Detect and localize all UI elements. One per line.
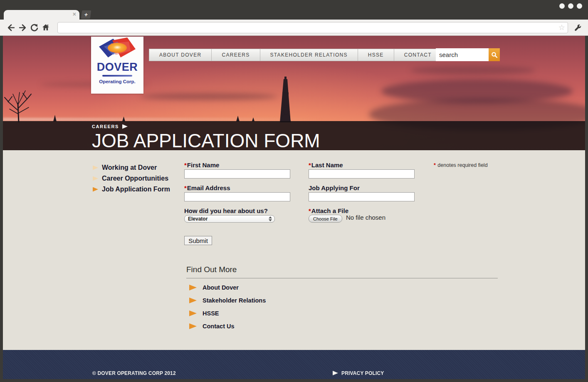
last-name-label: *Last Name	[309, 161, 343, 169]
arrow-icon	[189, 323, 197, 329]
home-icon[interactable]	[40, 22, 52, 33]
tree-silhouette	[3, 89, 51, 122]
settings-wrench-icon[interactable]	[572, 24, 583, 32]
breadcrumb-arrow-icon	[122, 124, 128, 129]
page-title: JOB APPLICATION FORM	[92, 131, 320, 150]
required-asterisk: *	[434, 162, 436, 168]
drilling-rig-silhouette	[272, 77, 299, 122]
privacy-policy-label[interactable]: PRIVACY POLICY	[341, 370, 384, 376]
privacy-policy-link[interactable]: PRIVACY POLICY	[333, 370, 388, 376]
browser-tab[interactable]: ×	[4, 10, 79, 20]
logo-tagline: Operating Corp.	[99, 79, 136, 84]
page-viewport: DOVER Operating Corp. ABOUT DOVER CAREER…	[3, 36, 585, 379]
main-nav: ABOUT DOVER CAREERS STAKEHOLDER RELATION…	[149, 49, 442, 61]
breadcrumb[interactable]: CAREERS	[92, 124, 128, 129]
arrow-icon	[93, 166, 98, 170]
nav-item-stakeholder-relations[interactable]: STAKEHOLDER RELATIONS	[260, 49, 358, 61]
link-label[interactable]: Contact Us	[203, 323, 235, 330]
browser-window: × + ☆	[0, 0, 588, 382]
nav-item-hsse[interactable]: HSSE	[358, 49, 394, 61]
page-content: Working at Dover Career Opportunities Jo…	[3, 150, 585, 350]
link-about-dover[interactable]: About Dover	[189, 283, 239, 292]
sidebar-item-label[interactable]: Working at Dover	[102, 164, 157, 171]
copyright-text: © DOVER OPERATING CORP 2012	[92, 370, 176, 376]
link-label[interactable]: Stakeholder Relations	[203, 297, 266, 304]
job-applying-input[interactable]	[309, 192, 415, 201]
arrow-icon	[189, 298, 197, 303]
magnifier-icon	[491, 52, 498, 58]
sidebar-item-career-opportunities[interactable]: Career Opportunities	[93, 174, 168, 184]
browser-toolbar: ☆	[0, 20, 588, 36]
search-input[interactable]	[436, 48, 489, 61]
sidebar-item-working-at-dover[interactable]: Working at Dover	[93, 163, 157, 173]
cloud-shape	[140, 93, 277, 100]
sidebar-item-job-application-form[interactable]: Job Application Form	[93, 184, 170, 194]
window-dot-icon[interactable]	[577, 3, 582, 9]
url-input[interactable]	[60, 25, 558, 31]
job-applying-label: Job Applying For	[309, 184, 360, 191]
reload-icon[interactable]	[28, 22, 40, 33]
link-stakeholder-relations[interactable]: Stakeholder Relations	[189, 296, 266, 305]
dover-logo[interactable]: DOVER Operating Corp.	[91, 37, 143, 94]
arrow-icon	[189, 310, 197, 316]
required-asterisk: *	[309, 207, 311, 214]
back-icon[interactable]	[5, 22, 17, 33]
email-input[interactable]	[184, 192, 290, 201]
page-footer: © DOVER OPERATING CORP 2012 PRIVACY POLI…	[3, 350, 585, 379]
email-label: *Email Address	[184, 184, 230, 191]
logo-wordmark: DOVER	[97, 61, 138, 74]
site-search	[436, 48, 500, 61]
divider	[186, 278, 498, 278]
hear-about-select[interactable]: Elevator	[184, 215, 275, 223]
browser-titlebar: × +	[0, 0, 588, 20]
link-label[interactable]: HSSE	[203, 310, 219, 317]
link-contact-us[interactable]: Contact Us	[189, 322, 235, 330]
file-status-text: No file chosen	[346, 214, 385, 221]
find-out-more-title: Find Out More	[186, 265, 237, 274]
first-name-label: *First Name	[184, 161, 219, 169]
tab-close-icon[interactable]: ×	[73, 11, 76, 17]
url-bar[interactable]: ☆	[57, 22, 568, 33]
nav-item-contact[interactable]: CONTACT	[394, 49, 442, 61]
hero-banner: DOVER Operating Corp. ABOUT DOVER CAREER…	[3, 36, 585, 150]
arrow-icon	[333, 371, 338, 375]
choose-file-button[interactable]: Choose File	[309, 215, 342, 223]
window-dot-icon[interactable]	[559, 3, 565, 9]
new-tab-button[interactable]: +	[81, 10, 91, 19]
window-controls[interactable]	[559, 3, 582, 9]
required-field-note: * denotes required field	[434, 162, 488, 168]
arrow-icon	[93, 176, 98, 181]
attach-file-label: *Attach a File	[309, 207, 348, 214]
window-bottom-frame	[0, 379, 588, 382]
nav-item-careers[interactable]: CAREERS	[212, 49, 260, 61]
selected-option: Elevator	[185, 216, 268, 222]
submit-button[interactable]: Submit	[184, 236, 212, 245]
cloud-shape	[410, 66, 535, 75]
sidebar-item-label[interactable]: Career Opportunities	[102, 175, 168, 182]
required-asterisk: *	[309, 161, 311, 169]
sidebar-item-label[interactable]: Job Application Form	[102, 186, 170, 193]
bookmark-star-icon[interactable]: ☆	[558, 24, 565, 31]
dover-emblem-icon	[96, 37, 139, 60]
select-stepper-icon	[268, 216, 274, 221]
breadcrumb-label[interactable]: CAREERS	[92, 124, 119, 129]
search-button[interactable]	[489, 48, 500, 61]
arrow-icon	[189, 285, 197, 290]
last-name-input[interactable]	[309, 169, 415, 179]
hear-about-label: How did you hear about us?	[184, 207, 268, 214]
arrow-icon	[93, 187, 98, 192]
nav-item-about-dover[interactable]: ABOUT DOVER	[149, 49, 212, 61]
first-name-input[interactable]	[184, 169, 290, 179]
required-asterisk: *	[184, 184, 187, 191]
link-label[interactable]: About Dover	[203, 284, 239, 291]
required-asterisk: *	[184, 161, 187, 169]
window-dot-icon[interactable]	[568, 3, 573, 9]
link-hsse[interactable]: HSSE	[189, 309, 219, 318]
logo-rule	[102, 75, 132, 77]
forward-icon[interactable]	[17, 22, 28, 33]
